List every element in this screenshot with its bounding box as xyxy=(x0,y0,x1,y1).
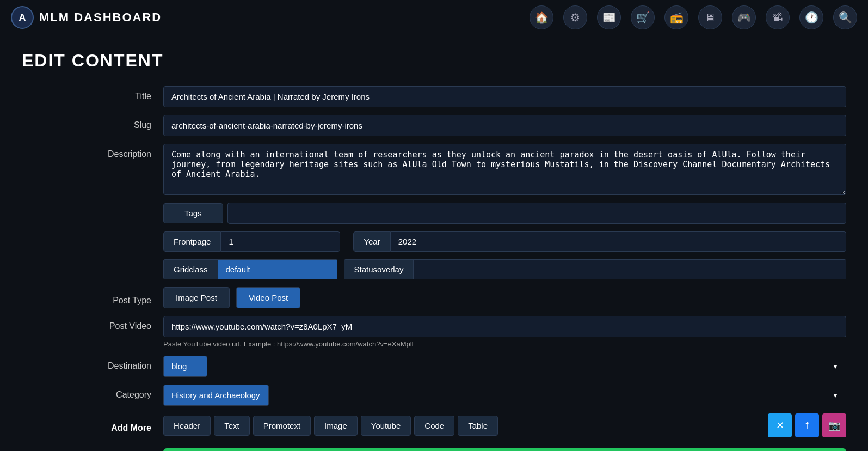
header-button[interactable]: Header xyxy=(163,416,211,436)
frontpage-input[interactable] xyxy=(221,231,340,252)
twitter-button[interactable]: ✕ xyxy=(768,413,792,437)
frontpage-label: Frontpage xyxy=(163,231,221,252)
post-type-label: Post Type xyxy=(22,290,163,306)
destination-label: Destination xyxy=(22,356,163,371)
add-more-row: Add More Header Text Promotext Image You… xyxy=(22,413,846,437)
instagram-icon: 📷 xyxy=(828,419,840,431)
news-icon[interactable]: 📰 xyxy=(597,5,621,29)
search-icon[interactable]: 🔍 xyxy=(833,5,857,29)
instagram-button[interactable]: 📷 xyxy=(822,413,846,437)
table-button[interactable]: Table xyxy=(458,416,498,436)
post-type-buttons: Image Post Video Post xyxy=(163,287,304,308)
twitter-icon: ✕ xyxy=(776,419,784,431)
post-type-row: Post Type Image Post Video Post xyxy=(22,287,846,308)
post-video-row: Post Video Paste YouTube video url. Exam… xyxy=(22,316,846,348)
youtube-button[interactable]: Youtube xyxy=(361,416,411,436)
settings-icon[interactable]: ⚙ xyxy=(563,5,587,29)
frontpage-group: Frontpage xyxy=(163,231,340,252)
add-more-buttons-group: Header Text Promotext Image Youtube Code… xyxy=(163,413,846,437)
statusoverlay-group: Statusoverlay xyxy=(344,259,846,279)
year-group: Year xyxy=(353,231,846,252)
home-icon[interactable]: 🏠 xyxy=(530,5,553,29)
social-buttons: ✕ f 📷 xyxy=(768,413,846,437)
tags-input[interactable] xyxy=(227,203,846,224)
update-post-button[interactable]: Update Post xyxy=(163,448,846,451)
facebook-button[interactable]: f xyxy=(795,413,819,437)
gridclass-input[interactable] xyxy=(218,259,337,279)
facebook-icon: f xyxy=(805,420,808,431)
clock-icon[interactable]: 🕐 xyxy=(799,5,823,29)
nav-title: Mlm Dashboard xyxy=(39,10,162,25)
title-input[interactable] xyxy=(163,86,846,107)
category-label: Category xyxy=(22,385,163,400)
post-video-input[interactable] xyxy=(163,316,846,337)
radio-icon[interactable]: 📻 xyxy=(664,5,688,29)
post-video-help: Paste YouTube video url. Example : https… xyxy=(163,340,846,348)
page-title: EDIT CONTENT xyxy=(22,51,846,71)
tags-button[interactable]: Tags xyxy=(163,203,223,223)
tags-row: Tags xyxy=(22,203,846,224)
title-row: Title xyxy=(22,86,846,107)
slug-row: Slug xyxy=(22,115,846,136)
text-button[interactable]: Text xyxy=(214,416,250,436)
video-post-button[interactable]: Video Post xyxy=(236,287,300,308)
pacman-icon[interactable]: 🎮 xyxy=(732,5,756,29)
destination-select-wrapper: blog website shop xyxy=(163,356,846,377)
code-button[interactable]: Code xyxy=(414,416,454,436)
nav-logo: A xyxy=(11,6,34,29)
year-input[interactable] xyxy=(391,231,846,252)
slug-input[interactable] xyxy=(163,115,846,136)
update-row: Update Post xyxy=(22,448,846,451)
description-textarea[interactable]: Come along with an international team of… xyxy=(163,144,846,195)
category-select-wrapper: History and Archaeology Science Technolo… xyxy=(163,385,846,406)
nav-brand: A Mlm Dashboard xyxy=(11,6,162,29)
category-row: Category History and Archaeology Science… xyxy=(22,385,846,406)
page-content: EDIT CONTENT Title Slug Description Come… xyxy=(0,35,868,451)
video-icon[interactable]: 📽 xyxy=(766,5,790,29)
title-label: Title xyxy=(22,86,163,101)
frontpage-year-row: Frontpage Year xyxy=(22,231,846,252)
gridclass-group: Gridclass xyxy=(163,259,337,279)
description-label: Description xyxy=(22,144,163,159)
destination-row: Destination blog website shop xyxy=(22,356,846,377)
image-post-button[interactable]: Image Post xyxy=(163,287,230,308)
nav-icons: 🏠 ⚙ 📰 🛒 📻 🖥 🎮 📽 🕐 🔍 xyxy=(530,5,857,29)
slug-label: Slug xyxy=(22,115,163,130)
post-video-wrapper: Paste YouTube video url. Example : https… xyxy=(163,316,846,348)
navbar: A Mlm Dashboard 🏠 ⚙ 📰 🛒 📻 🖥 🎮 📽 🕐 🔍 xyxy=(0,0,868,35)
shop-icon[interactable]: 🛒 xyxy=(631,5,655,29)
image-button[interactable]: Image xyxy=(314,416,358,436)
gridclass-label: Gridclass xyxy=(163,259,218,279)
destination-select[interactable]: blog website shop xyxy=(163,356,207,377)
gridclass-row: Gridclass Statusoverlay xyxy=(22,259,846,279)
year-label: Year xyxy=(353,231,390,252)
post-video-label: Post Video xyxy=(22,316,163,331)
description-row: Description Come along with an internati… xyxy=(22,144,846,195)
monitor-icon[interactable]: 🖥 xyxy=(698,5,722,29)
add-more-label: Add More xyxy=(22,418,163,433)
statusoverlay-label: Statusoverlay xyxy=(344,259,414,279)
statusoverlay-input[interactable] xyxy=(414,259,846,279)
category-select[interactable]: History and Archaeology Science Technolo… xyxy=(163,385,269,406)
edit-content-form: Title Slug Description Come along with a… xyxy=(22,86,846,451)
promotext-button[interactable]: Promotext xyxy=(253,416,311,436)
